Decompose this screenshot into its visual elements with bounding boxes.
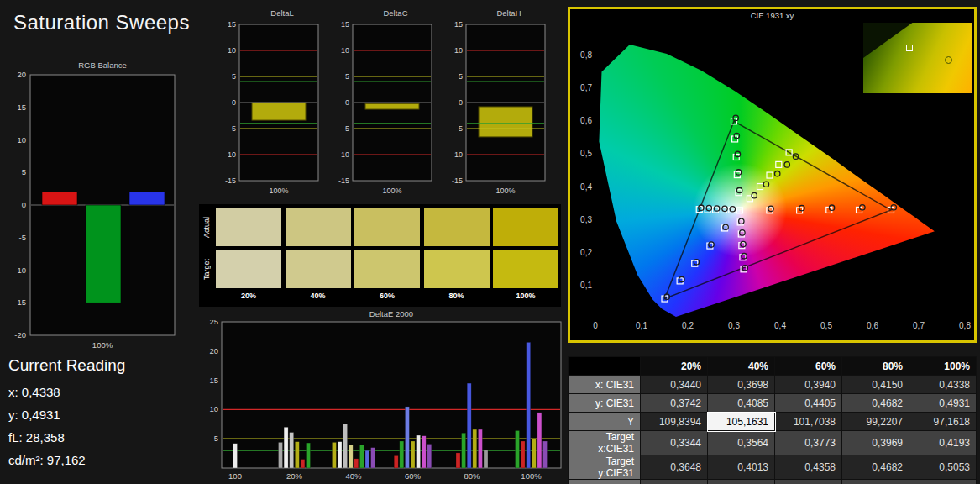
table-cell[interactable]: 0,4085 [708,394,775,413]
tick-label: 40% [345,471,362,481]
table-header: 60% [775,357,842,376]
deltae-bar [527,342,531,468]
gamut-triangle [665,121,892,298]
table-row: y: CIE310,37420,40850,44050,46820,4931 [569,394,977,413]
tick-label: -15 [14,297,26,307]
measured-point [679,276,684,281]
tick-label: -5 [343,124,349,133]
deltae-bar [473,429,477,468]
table-row-label: Y [569,413,641,431]
table-cell[interactable]: 0,3698 [708,376,775,394]
tick-label: 0 [232,98,236,107]
table-cell[interactable]: 97,1618 [909,413,977,431]
deltae-bar [354,459,359,468]
measurement-table-panel: 20%40%60%80%100%x: CIE310,34400,36980,39… [568,356,977,484]
swatch-actual-100% [493,208,558,246]
tick-label: -10 [225,150,236,159]
current-reading-title: Current Reading [8,356,125,375]
tick-label: 0 [459,98,463,107]
deltae-bar [422,436,426,468]
table-cell[interactable]: 99,2207 [842,413,909,431]
swatch-col-label: 60% [354,292,420,300]
rgb-bar-blue [129,192,165,206]
table-cell[interactable]: 0,3773 [775,431,842,455]
table-cell[interactable]: 109,2166 [909,480,977,484]
table-cell[interactable]: 0,3969 [842,431,909,455]
cie-y-tick: 0,6 [572,116,592,125]
table-cell[interactable]: 0,4682 [842,455,909,480]
tick-label: 10 [341,46,349,55]
table-cell[interactable]: 109,8394 [641,413,708,431]
table-cell[interactable]: 0,4405 [775,394,842,413]
measured-point [763,182,768,187]
rgb-balance-plot: -20-15-10-505101520100% [5,71,177,352]
swatch-col-label: 20% [216,292,281,300]
target-point [739,243,745,249]
table-cell[interactable]: 113,1682 [708,480,775,484]
inset-measured-circle [945,56,952,64]
tick-label: 15 [209,376,218,385]
tick-label: 60% [405,471,422,481]
delta-bar [252,103,306,120]
table-cell[interactable]: 0,3940 [775,376,842,394]
deltae-bar [279,442,283,468]
table-cell[interactable]: 105,1631 [708,413,775,431]
swatch-actual-80% [424,208,490,246]
table-cell[interactable]: 0,4682 [842,394,909,413]
swatch-actual-60% [354,208,420,246]
table-cell[interactable]: 110,3954 [842,480,909,484]
deltae-2000-title: DeltaE 2000 [222,309,561,319]
deltae-bar [456,453,460,468]
measured-point [784,162,789,167]
tick-label: 100% [382,187,401,195]
delta-l-plot: -15-10-5051015100% [216,19,325,197]
reading-cdm2: cd/m²: 97,162 [8,453,125,467]
table-cell[interactable]: 115,1901 [641,480,708,484]
swatch-col-label: 80% [424,292,490,300]
deltae-bar [307,443,311,468]
table-cell[interactable]: 0,4150 [842,376,909,394]
inset-target-square [906,45,913,51]
tick-label: -5 [229,124,236,133]
reading-fl: fL: 28,358 [8,430,125,445]
table-cell[interactable]: 0,4193 [909,431,977,455]
delta-c-title: DeltaC [353,8,438,18]
cie-x-tick: 0 [585,321,605,330]
table-cell[interactable]: 0,5053 [909,455,977,480]
table-cell[interactable]: 0,4013 [708,455,775,480]
measured-point [775,171,780,176]
target-point [757,184,763,190]
table-cell[interactable]: 0,3564 [708,431,775,455]
deltae-bar [467,383,471,468]
deltae-bar [484,450,488,468]
delta-h-chart: DeltaH -15-10-5051015100% [443,8,552,201]
table-cell[interactable]: 0,4931 [909,394,977,413]
table-cell[interactable]: 0,3742 [641,394,708,413]
cie-y-tick: 0,7 [572,83,592,92]
cie-y-tick: 0,1 [572,281,592,290]
table-cell[interactable]: 0,4338 [909,376,977,394]
delta-bar [479,107,532,137]
tick-label: -5 [19,233,26,242]
table-cell[interactable]: 0,3344 [641,431,708,455]
deltae-bar [400,441,404,468]
cie-1931-chart: CIE 1931 xy 00,10,20,30,40,50,60,70,80,1… [568,7,977,343]
delta-l-title: DeltaL [239,8,325,18]
table-cell[interactable]: 0,3648 [641,455,708,480]
inset-locus-edge [863,23,913,58]
table-row-label: Target x:CIE31 [569,431,641,455]
table-header: 80% [842,357,909,376]
deltae-bar [417,435,421,468]
tick-label: 100% [495,187,515,195]
tick-label: -20 [14,330,26,339]
reading-x: x: 0,4338 [8,385,125,399]
table-cell[interactable]: 101,7038 [775,413,842,431]
table-cell[interactable]: 0,3440 [641,376,708,394]
reading-y: y: 0,4931 [8,408,125,422]
table-cell[interactable]: 0,4358 [775,455,842,480]
table-cell[interactable]: 111,6146 [775,480,842,484]
tick-label: 0 [345,98,349,107]
actual-vs-target-swatch-grid: ActualTarget20%40%60%80%100% [199,204,561,307]
cie-x-tick: 0,6 [862,321,883,330]
deltae-bar [284,427,288,468]
